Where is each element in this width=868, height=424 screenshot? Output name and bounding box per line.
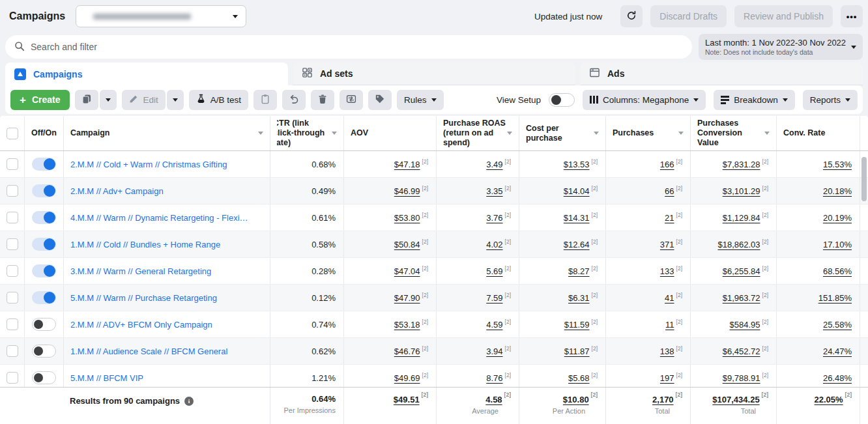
- footer-value[interactable]: 22.05%: [815, 395, 843, 404]
- row-checkbox[interactable]: [7, 292, 18, 304]
- aov-value[interactable]: $46.76: [394, 346, 420, 356]
- rules-button[interactable]: Rules: [397, 90, 444, 110]
- conv-value[interactable]: 68.56%: [823, 266, 852, 276]
- row-checkbox[interactable]: [7, 185, 18, 197]
- purchases-value[interactable]: 11: [665, 320, 674, 330]
- pcv-value[interactable]: $7,831.28: [723, 160, 760, 169]
- footer-value[interactable]: 4.58: [485, 395, 502, 404]
- aov-value[interactable]: $53.80: [394, 213, 420, 223]
- review-publish-button[interactable]: Review and Publish: [734, 5, 833, 27]
- cpp-value[interactable]: $11.59: [564, 320, 590, 330]
- campaign-link[interactable]: 2.M.M // Adv+ Campaign: [70, 186, 164, 196]
- pcv-value[interactable]: $6,452.72: [723, 346, 760, 356]
- campaign-link[interactable]: 3.M.M // Warm // General Retargeting: [70, 266, 211, 276]
- campaign-link[interactable]: 2.M.M // Cold + Warm // Christmas Giftin…: [70, 160, 227, 169]
- campaign-link[interactable]: 1.M.M // Cold // Bundles + Home Range: [70, 240, 220, 249]
- columns-button[interactable]: Columns: Megaphone: [583, 90, 706, 110]
- campaign-link[interactable]: 5.M.M // Warm // Purchase Retargeting: [70, 293, 217, 303]
- aov-value[interactable]: $50.84: [394, 240, 420, 249]
- cpp-value[interactable]: $8.27: [568, 266, 590, 276]
- row-checkbox[interactable]: [7, 345, 18, 357]
- delete-button[interactable]: [311, 90, 334, 110]
- footer-value[interactable]: $49.51: [394, 395, 420, 404]
- column-header-ctr[interactable]: CTR (link click-through rate): [270, 116, 344, 150]
- roas-value[interactable]: 7.59: [486, 293, 502, 303]
- undo-button[interactable]: [282, 90, 306, 110]
- pcv-value[interactable]: $1,963.72: [723, 293, 760, 303]
- campaign-toggle[interactable]: [32, 318, 56, 331]
- row-checkbox[interactable]: [7, 265, 18, 277]
- campaign-toggle[interactable]: [32, 264, 56, 277]
- aov-value[interactable]: $47.04: [394, 266, 420, 276]
- aov-value[interactable]: $53.18: [394, 320, 420, 330]
- edit-button[interactable]: Edit: [122, 90, 166, 110]
- tag-button[interactable]: [368, 90, 392, 110]
- campaign-toggle[interactable]: [32, 345, 56, 358]
- column-header-campaign[interactable]: Campaign: [64, 116, 270, 150]
- footer-value[interactable]: $107,434.25: [712, 395, 759, 404]
- more-options-button[interactable]: •••: [841, 5, 863, 27]
- view-setup-toggle[interactable]: [549, 93, 575, 107]
- conv-value[interactable]: 24.47%: [823, 346, 852, 356]
- campaign-link[interactable]: 1.M.M // Audience Scale // BFCM General: [70, 346, 227, 356]
- campaign-toggle[interactable]: [32, 371, 56, 384]
- row-checkbox[interactable]: [7, 158, 18, 170]
- reports-button[interactable]: Reports: [803, 90, 858, 110]
- search-input[interactable]: [31, 42, 683, 52]
- tab-campaigns[interactable]: Campaigns: [5, 63, 288, 85]
- pcv-value[interactable]: $6,255.84: [723, 266, 760, 276]
- column-header-conv-rate[interactable]: Conv. Rate: [777, 116, 860, 150]
- purchases-value[interactable]: 66: [665, 186, 674, 196]
- conv-value[interactable]: 15.53%: [823, 160, 852, 169]
- column-header-roas[interactable]: Purchase ROAS (return on ad spend): [437, 116, 519, 150]
- conv-value[interactable]: 20.18%: [823, 186, 852, 196]
- purchases-value[interactable]: 371: [660, 240, 674, 249]
- conv-value[interactable]: 17.10%: [823, 240, 852, 249]
- purchases-value[interactable]: 133: [660, 266, 674, 276]
- info-icon[interactable]: i: [184, 397, 194, 406]
- footer-value[interactable]: $10.80: [563, 395, 589, 404]
- aov-value[interactable]: $49.69: [394, 373, 420, 383]
- campaign-toggle[interactable]: [32, 158, 56, 171]
- pcv-value[interactable]: $1,129.84: [723, 213, 760, 223]
- duplicate-button[interactable]: [75, 90, 98, 110]
- cpp-value[interactable]: $6.31: [568, 293, 590, 303]
- cpp-value[interactable]: $14.04: [564, 186, 590, 196]
- date-range-selector[interactable]: Last month: 1 Nov 2022-30 Nov 2022 Note:…: [699, 34, 863, 60]
- tab-ad-sets[interactable]: Ad sets: [293, 63, 575, 85]
- swap-arrows-button[interactable]: [340, 90, 363, 110]
- row-checkbox[interactable]: [7, 238, 18, 250]
- roas-value[interactable]: 4.59: [486, 320, 502, 330]
- cpp-value[interactable]: $11.87: [564, 346, 590, 356]
- conv-value[interactable]: 20.19%: [823, 213, 852, 223]
- campaign-link[interactable]: 2.M.M // ADV+ BFCM Only Campaign: [70, 320, 212, 330]
- roas-value[interactable]: 4.02: [486, 240, 502, 249]
- cpp-value[interactable]: $14.31: [564, 213, 590, 223]
- duplicate-dropdown-button[interactable]: [100, 90, 117, 110]
- roas-value[interactable]: 3.94: [486, 346, 502, 356]
- roas-value[interactable]: 3.76: [486, 213, 502, 223]
- purchases-value[interactable]: 138: [660, 346, 674, 356]
- pcv-value[interactable]: $584.95: [730, 320, 760, 330]
- aov-value[interactable]: $47.18: [394, 160, 420, 169]
- tab-ads[interactable]: Ads: [580, 63, 863, 85]
- pcv-value[interactable]: $18,862.03: [717, 240, 760, 249]
- aov-value[interactable]: $46.99: [394, 186, 420, 196]
- roas-value[interactable]: 3.49: [486, 160, 502, 169]
- conv-value[interactable]: 151.85%: [818, 293, 852, 303]
- campaign-toggle[interactable]: [32, 184, 56, 197]
- vertical-scrollbar-thumb[interactable]: [861, 157, 867, 201]
- conv-value[interactable]: 26.48%: [823, 373, 852, 383]
- pcv-value[interactable]: $9,788.91: [723, 373, 760, 383]
- column-header-aov[interactable]: AOV: [344, 116, 437, 150]
- row-checkbox[interactable]: [7, 212, 18, 223]
- roas-value[interactable]: 5.69: [486, 266, 502, 276]
- edit-dropdown-button[interactable]: [167, 90, 184, 110]
- aov-value[interactable]: $47.90: [394, 293, 420, 303]
- purchases-value[interactable]: 21: [665, 213, 674, 223]
- cpp-value[interactable]: $12.64: [564, 240, 590, 249]
- clipboard-button[interactable]: [253, 90, 277, 110]
- purchases-value[interactable]: 197: [660, 373, 674, 383]
- footer-value[interactable]: 2,170: [652, 395, 674, 404]
- campaign-toggle[interactable]: [32, 291, 56, 304]
